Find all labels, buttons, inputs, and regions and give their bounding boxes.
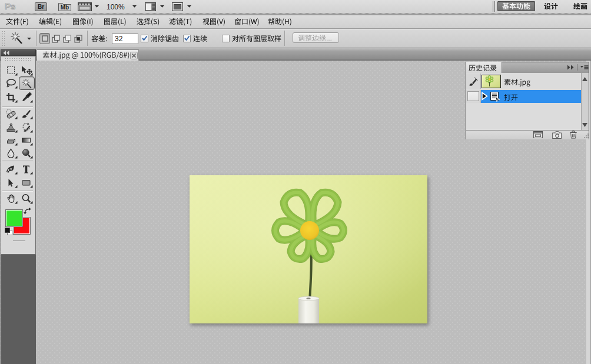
svg-text:Mb: Mb [61,4,69,11]
